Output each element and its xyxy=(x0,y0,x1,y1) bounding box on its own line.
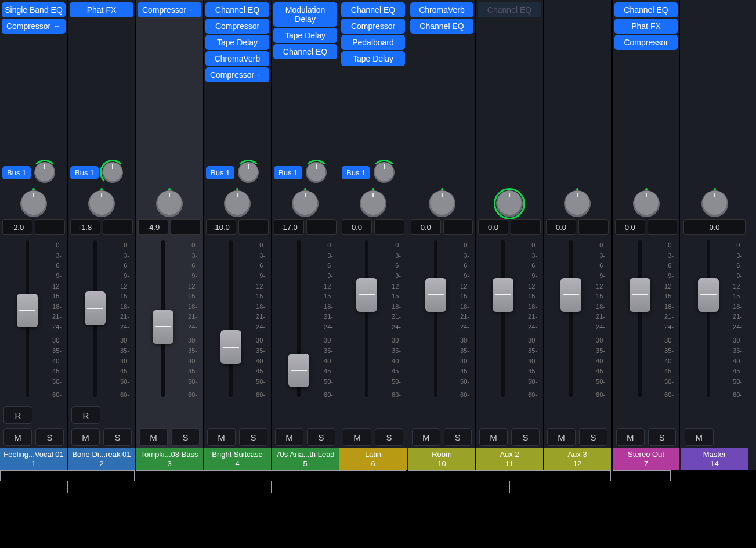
fader-cap[interactable] xyxy=(356,278,377,312)
pan-knob[interactable] xyxy=(156,190,183,217)
insert-plugin[interactable]: Single Band EQ xyxy=(2,2,66,17)
solo-button[interactable]: S xyxy=(35,428,64,446)
fader-cap[interactable] xyxy=(220,330,241,364)
solo-button[interactable]: S xyxy=(307,428,335,446)
peak-readout[interactable] xyxy=(171,219,201,235)
gain-db-readout[interactable]: 0.0 xyxy=(683,219,746,235)
insert-plugin[interactable]: Channel EQ xyxy=(205,2,269,17)
pan-knob[interactable] xyxy=(224,190,251,217)
channel-label[interactable]: Aux 211 xyxy=(476,448,543,470)
insert-plugin[interactable]: Phat FX xyxy=(614,19,678,34)
peak-readout[interactable] xyxy=(238,219,269,235)
send-level-knob[interactable] xyxy=(306,162,327,183)
fader-cap[interactable] xyxy=(630,278,650,312)
gain-db-readout[interactable]: -10.0 xyxy=(206,219,236,235)
insert-plugin[interactable]: Tape Delay xyxy=(341,51,405,66)
send-level-knob[interactable] xyxy=(238,162,259,183)
fader-track[interactable] xyxy=(434,240,437,397)
fader-track[interactable] xyxy=(707,240,710,397)
gain-db-readout[interactable]: -17.0 xyxy=(274,219,304,235)
gain-db-readout[interactable]: 0.0 xyxy=(615,219,645,235)
peak-readout[interactable] xyxy=(578,219,609,235)
mute-button[interactable]: M xyxy=(343,428,371,446)
insert-plugin[interactable]: Tape Delay xyxy=(273,28,337,43)
pan-knob[interactable] xyxy=(292,190,319,217)
fader-track[interactable] xyxy=(638,240,642,397)
send-bus[interactable]: Bus 1 xyxy=(274,166,302,179)
fader-track[interactable] xyxy=(229,240,233,397)
insert-plugin[interactable]: Compressor ← xyxy=(205,67,269,82)
insert-plugin[interactable]: Compressor ← xyxy=(2,19,66,34)
send-level-knob[interactable] xyxy=(374,162,395,183)
insert-plugin[interactable]: Pedalboard xyxy=(341,35,405,50)
insert-plugin[interactable]: Compressor xyxy=(341,19,405,34)
peak-readout[interactable] xyxy=(443,219,473,235)
insert-plugin[interactable]: Phat FX xyxy=(70,2,133,17)
fader-track[interactable] xyxy=(161,240,165,397)
pan-knob[interactable] xyxy=(360,190,386,217)
gain-db-readout[interactable]: 0.0 xyxy=(342,219,372,235)
record-enable-button[interactable]: R xyxy=(71,406,100,424)
fader-cap[interactable] xyxy=(560,278,581,312)
peak-readout[interactable] xyxy=(374,219,404,235)
insert-plugin[interactable]: Compressor xyxy=(205,19,269,34)
mute-button[interactable]: M xyxy=(685,428,714,446)
channel-label[interactable]: Tompki...08 Bass3 xyxy=(136,448,203,470)
gain-db-readout[interactable]: -1.8 xyxy=(70,219,100,235)
channel-label[interactable]: Stereo Out7 xyxy=(613,448,679,470)
pan-knob[interactable] xyxy=(701,190,728,217)
send-bus[interactable]: Bus 1 xyxy=(2,166,31,179)
gain-db-readout[interactable]: -2.0 xyxy=(2,219,32,235)
fader-track[interactable] xyxy=(365,240,368,397)
pan-knob[interactable] xyxy=(633,190,660,217)
fader-track[interactable] xyxy=(569,240,573,397)
insert-plugin-bypassed[interactable]: Channel EQ xyxy=(478,2,541,17)
insert-plugin[interactable]: Channel EQ xyxy=(614,2,678,17)
pan-knob[interactable] xyxy=(429,190,455,217)
channel-label[interactable]: Latin6 xyxy=(339,448,407,470)
channel-label[interactable]: Feeling...Vocal 011 xyxy=(0,448,67,470)
mute-button[interactable]: M xyxy=(616,428,645,446)
peak-readout[interactable] xyxy=(511,219,541,235)
gain-db-readout[interactable]: -4.9 xyxy=(138,219,168,235)
fader-cap[interactable] xyxy=(153,310,173,344)
fader-cap[interactable] xyxy=(493,278,513,312)
send-bus[interactable]: Bus 1 xyxy=(70,166,99,179)
insert-plugin[interactable]: Channel EQ xyxy=(273,44,337,59)
solo-button[interactable]: S xyxy=(375,428,403,446)
fader-cap[interactable] xyxy=(698,278,719,312)
mute-button[interactable]: M xyxy=(71,428,100,446)
channel-label[interactable]: 70s Ana...th Lead5 xyxy=(272,448,339,470)
mute-button[interactable]: M xyxy=(275,428,303,446)
fader-cap[interactable] xyxy=(425,278,446,312)
fader-track[interactable] xyxy=(26,240,29,397)
solo-button[interactable]: S xyxy=(511,428,540,446)
insert-plugin[interactable]: Modulation Delay xyxy=(273,2,337,27)
mute-button[interactable]: M xyxy=(139,428,168,446)
solo-button[interactable]: S xyxy=(444,428,472,446)
channel-label[interactable]: Bright Suitcase4 xyxy=(204,448,271,470)
insert-plugin[interactable]: Compressor xyxy=(614,35,678,50)
solo-button[interactable]: S xyxy=(648,428,677,446)
insert-plugin[interactable]: Channel EQ xyxy=(341,2,405,17)
solo-button[interactable]: S xyxy=(239,428,267,446)
peak-readout[interactable] xyxy=(103,219,133,235)
insert-plugin[interactable]: Tape Delay xyxy=(205,35,269,50)
fader-cap[interactable] xyxy=(17,294,38,327)
insert-plugin[interactable]: Compressor ← xyxy=(138,2,201,17)
send-bus[interactable]: Bus 1 xyxy=(206,166,234,179)
fader-cap[interactable] xyxy=(85,291,106,325)
pan-knob[interactable] xyxy=(564,190,591,217)
record-enable-button[interactable]: R xyxy=(3,406,32,424)
mute-button[interactable]: M xyxy=(547,428,576,446)
mute-button[interactable]: M xyxy=(412,428,440,446)
peak-readout[interactable] xyxy=(648,219,678,235)
insert-plugin[interactable]: Channel EQ xyxy=(410,19,473,34)
mute-button[interactable]: M xyxy=(3,428,32,446)
solo-button[interactable]: S xyxy=(171,428,200,446)
gain-db-readout[interactable]: 0.0 xyxy=(546,219,576,235)
fader-track[interactable] xyxy=(297,240,301,397)
pan-knob[interactable] xyxy=(88,190,115,217)
peak-readout[interactable] xyxy=(306,219,337,235)
channel-label[interactable]: Room10 xyxy=(408,448,475,470)
